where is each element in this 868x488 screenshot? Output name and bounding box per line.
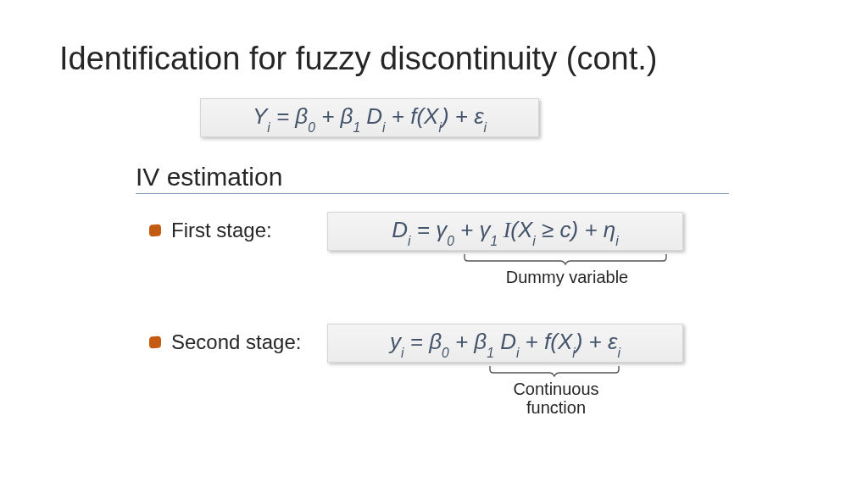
eq-sub: i bbox=[438, 120, 441, 135]
bullet-second-stage: Second stage: bbox=[149, 330, 301, 354]
eq-indicator: I bbox=[498, 218, 510, 242]
eq-sub: i bbox=[484, 120, 487, 135]
eq-text: + γ bbox=[454, 217, 491, 242]
eq-sub: i bbox=[617, 346, 620, 360]
eq-text: + β bbox=[449, 329, 487, 354]
eq-sub: i bbox=[267, 120, 270, 135]
eq-text: (X bbox=[510, 217, 532, 242]
eq-text: + β bbox=[315, 103, 353, 129]
eq-sub: i bbox=[382, 120, 385, 135]
annotation-line: function bbox=[526, 398, 586, 417]
slide: Identification for fuzzy discontinuity (… bbox=[0, 0, 868, 488]
annotation-line: Continuous bbox=[513, 380, 598, 398]
eq-text: D bbox=[494, 329, 516, 354]
eq-sub: i bbox=[572, 346, 575, 360]
eq-text: ≥ c) bbox=[536, 217, 578, 242]
eq-text: + f(X bbox=[519, 329, 572, 354]
annotation-dummy-variable: Dummy variable bbox=[463, 252, 671, 286]
bullet-label: First stage: bbox=[171, 219, 272, 242]
eq-sub: i bbox=[408, 234, 410, 248]
eq-sub: i bbox=[516, 346, 519, 360]
eq-text: ) + ε bbox=[576, 329, 618, 354]
eq-sub: i bbox=[532, 234, 535, 248]
eq-text: = β bbox=[404, 329, 442, 354]
eq-text: = γ bbox=[411, 217, 448, 242]
bullet-label: Second stage: bbox=[171, 330, 301, 354]
eq-sub: i bbox=[615, 234, 618, 248]
eq-text: ) + ε bbox=[442, 103, 484, 129]
annotation-continuous-function: Continuous function bbox=[488, 364, 624, 417]
brace-icon bbox=[488, 364, 624, 378]
equation-main: Yi = β0 + β1 Di + f(Xi) + εi bbox=[200, 98, 539, 137]
brace-icon bbox=[463, 252, 671, 266]
eq-text: + f(X bbox=[386, 103, 439, 129]
eq-text: + η bbox=[578, 217, 615, 242]
eq-sub: i bbox=[401, 346, 403, 360]
eq-text: D bbox=[392, 217, 408, 242]
annotation-label: Continuous function bbox=[488, 380, 624, 417]
eq-text: Y bbox=[253, 103, 267, 129]
eq-text: y bbox=[390, 329, 401, 354]
eq-sub: 0 bbox=[442, 346, 449, 360]
equation-second-stage: yi = β0 + β1 Di + f(Xi) + εi bbox=[327, 324, 683, 363]
eq-sub: 0 bbox=[447, 234, 454, 248]
equation-first-stage: Di = γ0 + γ1 I(Xi ≥ c) + ηi bbox=[327, 212, 683, 251]
eq-sub: 0 bbox=[308, 120, 315, 135]
eq-sub: 1 bbox=[353, 120, 360, 135]
bullet-icon bbox=[149, 336, 161, 349]
section-heading: IV estimation bbox=[136, 163, 729, 194]
bullet-first-stage: First stage: bbox=[149, 219, 272, 242]
eq-text: = β bbox=[270, 103, 308, 129]
eq-sub: 1 bbox=[490, 234, 498, 248]
annotation-label: Dummy variable bbox=[463, 268, 671, 286]
slide-title: Identification for fuzzy discontinuity (… bbox=[59, 41, 657, 77]
eq-sub: 1 bbox=[487, 346, 494, 360]
bullet-icon bbox=[149, 225, 161, 237]
eq-text: D bbox=[360, 103, 382, 129]
